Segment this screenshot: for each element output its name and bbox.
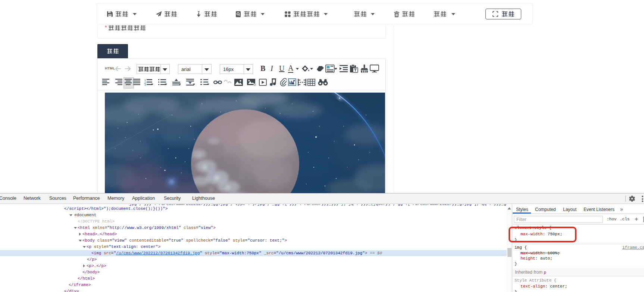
svg-text:3: 3 (144, 83, 146, 86)
